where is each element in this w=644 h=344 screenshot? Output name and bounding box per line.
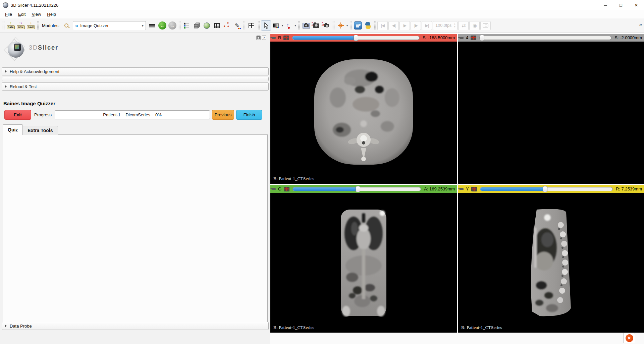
pin-icon[interactable] <box>460 37 464 39</box>
panel-close-icon[interactable]: ✕ <box>262 36 266 40</box>
sequence-snapshot-button[interactable] <box>480 21 491 30</box>
pin-icon[interactable] <box>272 188 276 190</box>
slider-handle[interactable] <box>543 186 547 192</box>
data-probe-section[interactable]: Data Probe <box>2 322 269 330</box>
sequence-play-button[interactable]: ▶ <box>399 21 410 30</box>
green-slice-slider[interactable] <box>292 187 421 191</box>
markups-module-button[interactable]: * * * <box>222 20 232 31</box>
sequence-last-frame-button[interactable]: ▶| <box>422 21 432 30</box>
module-history-back-button[interactable]: ← <box>157 20 167 31</box>
spin-up-icon[interactable]: ▲ <box>454 22 456 25</box>
scene-view-button[interactable]: ▴▴▴ <box>311 20 321 31</box>
help-acknowledgement-section[interactable]: Help & Acknowledgement <box>2 67 269 75</box>
reload-test-section[interactable]: Reload & Test <box>2 82 269 91</box>
menu-view[interactable]: View <box>29 11 44 18</box>
spinner-arrows[interactable]: ▲ ▼ <box>452 22 457 28</box>
sequence-next-frame-button[interactable]: |▶ <box>411 21 421 30</box>
load-data-button[interactable]: ↑ DATA <box>6 20 16 31</box>
red-slice-slider[interactable] <box>292 36 420 40</box>
pin-icon[interactable] <box>272 37 276 39</box>
sequence-first-frame-button[interactable]: |◀ <box>377 21 388 30</box>
green-slice-viewport: G A: 169.2539mm <box>270 185 457 333</box>
slice4-controller: 4 S: -2.0000mm <box>458 34 644 42</box>
volumes-module-button[interactable] <box>192 20 202 31</box>
pin-icon[interactable] <box>460 188 464 190</box>
menu-file[interactable]: File <box>2 11 15 18</box>
crop-volume-button[interactable] <box>212 20 222 31</box>
red-view-letter: R <box>277 35 282 40</box>
adjust-window-level-button[interactable] <box>271 20 281 31</box>
panel-popout-icon[interactable] <box>256 36 261 40</box>
mouse-interaction-button[interactable] <box>261 20 271 31</box>
progress-patient: Patient-1 <box>103 112 120 117</box>
search-icon <box>64 23 68 27</box>
slice-menu-icon[interactable] <box>283 36 289 40</box>
module-history-button[interactable] <box>182 20 192 31</box>
menu-help[interactable]: Help <box>44 11 59 18</box>
chevron-down-icon[interactable]: ▾ <box>294 24 296 27</box>
slider-handle[interactable] <box>480 35 484 41</box>
toolbar-grip[interactable] <box>298 21 300 30</box>
tab-extra-tools[interactable]: Extra Tools <box>23 126 58 135</box>
tab-quiz[interactable]: Quiz <box>3 124 23 135</box>
editor-module-button[interactable]: ✎ <box>232 20 242 31</box>
screenshot-button[interactable] <box>301 20 311 31</box>
axial-ct-image <box>310 57 418 168</box>
layout-selector-button[interactable] <box>247 20 257 31</box>
slice-menu-icon[interactable] <box>471 187 477 191</box>
empty-collapsed-section[interactable] <box>2 77 269 81</box>
chevron-down-icon: ▾ <box>142 24 144 27</box>
models-module-button[interactable] <box>202 20 212 31</box>
yellow-slice-canvas[interactable]: B: Patient-1_CTSeries <box>458 193 644 333</box>
yellow-slice-offset: R: 7.2539mm <box>616 186 642 191</box>
green-slice-canvas[interactable]: B: Patient-1_CTSeries <box>270 193 457 333</box>
maximize-button[interactable]: □ <box>613 0 629 10</box>
extensions-manager-button[interactable] <box>353 20 363 31</box>
slice-menu-icon[interactable] <box>284 187 289 191</box>
yellow-slice-slider[interactable] <box>480 187 613 191</box>
slice4-slider[interactable] <box>479 36 611 40</box>
fps-spinbox[interactable]: 100.0fps ▲ ▼ <box>433 21 458 30</box>
slider-handle[interactable] <box>354 35 358 41</box>
module-history-forward-button[interactable]: → <box>167 20 177 31</box>
red-slice-canvas[interactable]: B: Patient-1_CTSeries <box>270 42 457 184</box>
module-panel-toggle-button[interactable] <box>147 20 157 31</box>
sequence-loop-button[interactable]: ⇄ <box>458 21 469 30</box>
chevron-down-icon[interactable]: ▾ <box>282 24 283 27</box>
toolbar-overflow-chevron[interactable]: » <box>639 21 642 27</box>
load-data-icon: ↑ DATA <box>7 22 15 29</box>
toolbar-grip[interactable] <box>374 21 376 30</box>
spin-down-icon[interactable]: ▼ <box>454 25 456 28</box>
python-console-button[interactable] <box>363 20 373 31</box>
minimize-button[interactable]: ─ <box>598 0 613 10</box>
slice4-canvas[interactable] <box>458 42 644 184</box>
toolbar-grip[interactable] <box>258 21 260 30</box>
toolbar-grip[interactable] <box>350 21 352 30</box>
exit-button[interactable]: Exit <box>4 110 31 120</box>
toolbar-grip[interactable] <box>37 21 39 30</box>
dicom-button[interactable]: ↑↓ DCM <box>16 20 26 31</box>
green-series-label: B: Patient-1_CTSeries <box>273 325 314 330</box>
menu-edit[interactable]: Edit <box>15 11 29 18</box>
toolbar-grip[interactable] <box>243 21 246 30</box>
sequence-record-button[interactable]: ◉ <box>469 21 480 30</box>
module-selector[interactable]: » Image Quizzer ▾ <box>73 21 146 30</box>
python-yellow-half <box>366 25 371 29</box>
toolbar-grip[interactable] <box>178 21 181 30</box>
toolbar-grip[interactable] <box>2 21 5 30</box>
sequence-previous-frame-button[interactable]: ◀| <box>388 21 399 30</box>
previous-button[interactable]: Previous <box>212 110 234 120</box>
place-point-button[interactable]: ↑ <box>284 20 294 31</box>
slice-menu-icon[interactable] <box>471 36 476 40</box>
save-button[interactable]: ↓ SAVE <box>26 20 36 31</box>
chevron-down-icon[interactable]: ▾ <box>346 24 348 27</box>
finish-button[interactable]: Finish <box>236 110 262 120</box>
toolbar-grip[interactable] <box>332 21 335 30</box>
error-log-button[interactable]: ✕ <box>623 333 635 343</box>
slider-handle[interactable] <box>356 186 360 192</box>
crosshair-button[interactable] <box>336 20 346 31</box>
module-search-button[interactable] <box>61 20 71 31</box>
scene-view-capture-button[interactable]: ▴▴▴ <box>321 20 331 31</box>
markups-icon: * * * <box>223 22 231 29</box>
close-button[interactable]: ✕ <box>629 0 644 10</box>
